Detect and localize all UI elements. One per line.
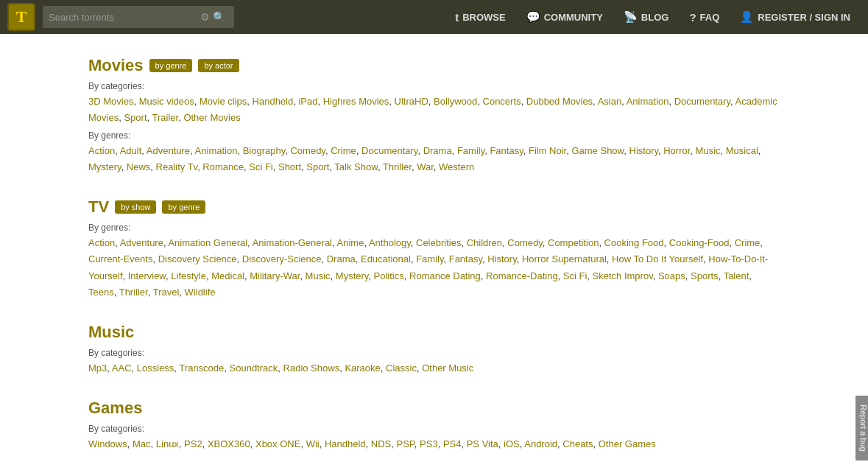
link-animation[interactable]: Animation — [627, 96, 669, 107]
link-romance[interactable]: Romance — [202, 161, 244, 172]
link-tv-sci-fi[interactable]: Sci Fi — [563, 270, 588, 281]
link-documentary[interactable]: Documentary — [674, 96, 730, 107]
link-concerts[interactable]: Concerts — [483, 96, 521, 107]
link-xbox360[interactable]: XBOX360 — [208, 438, 250, 449]
link-crime[interactable]: Crime — [331, 145, 356, 156]
link-war[interactable]: War — [417, 161, 434, 172]
link-movie-clips[interactable]: Movie clips — [200, 96, 247, 107]
link-music-genre[interactable]: Music — [696, 145, 721, 156]
link-tv-talent[interactable]: Talent — [724, 270, 749, 281]
link-ios-games[interactable]: iOS — [504, 438, 520, 449]
movies-by-genre-button[interactable]: by genre — [149, 59, 193, 72]
link-highres-movies[interactable]: Highres Movies — [323, 96, 389, 107]
link-tv-history[interactable]: History — [487, 253, 516, 264]
link-dubbed-movies[interactable]: Dubbed Movies — [526, 96, 593, 107]
link-music-videos[interactable]: Music videos — [139, 96, 194, 107]
link-mac[interactable]: Mac — [133, 438, 151, 449]
link-xbox-one[interactable]: Xbox ONE — [255, 438, 300, 449]
link-nds[interactable]: NDS — [371, 438, 391, 449]
link-tv-music[interactable]: Music — [306, 270, 331, 281]
link-lossless[interactable]: Lossless — [137, 362, 174, 374]
link-tv-thriller[interactable]: Thriller — [119, 287, 148, 298]
link-tv-action[interactable]: Action — [88, 237, 115, 248]
link-tv-current-events[interactable]: Current-Events — [88, 253, 152, 264]
nav-item-blog[interactable]: 📡 BLOG — [613, 0, 680, 34]
link-ps4[interactable]: PS4 — [443, 438, 462, 449]
link-tv-drama[interactable]: Drama — [327, 253, 356, 264]
link-aac[interactable]: AAC — [112, 362, 132, 374]
link-asian[interactable]: Asian — [598, 96, 622, 107]
nav-item-community[interactable]: 💬 COMMUNITY — [516, 0, 613, 34]
link-comedy[interactable]: Comedy — [290, 145, 325, 156]
link-bollywood[interactable]: Bollywood — [434, 96, 477, 107]
tv-by-show-button[interactable]: by show — [115, 200, 156, 214]
link-film-noir[interactable]: Film Noir — [529, 145, 566, 156]
link-tv-medical[interactable]: Medical — [211, 270, 244, 281]
link-tv-politics[interactable]: Politics — [374, 270, 404, 281]
link-tv-lifestyle[interactable]: Lifestyle — [171, 270, 206, 281]
link-ps-vita[interactable]: PS Vita — [467, 438, 498, 449]
link-tv-celebrities[interactable]: Celebrities — [416, 237, 461, 248]
link-reality-tv[interactable]: Reality Tv — [156, 161, 198, 172]
link-tv-animation-general2[interactable]: Animation-General — [253, 237, 332, 248]
link-tv-cooking-food2[interactable]: Cooking-Food — [669, 237, 730, 248]
link-ps2[interactable]: PS2 — [184, 438, 202, 449]
link-news[interactable]: News — [127, 161, 151, 172]
link-sci-fi[interactable]: Sci Fi — [249, 161, 273, 172]
link-ipad[interactable]: iPad — [298, 96, 317, 107]
link-radio-shows[interactable]: Radio Shows — [283, 362, 340, 374]
link-drama[interactable]: Drama — [423, 145, 452, 156]
link-soundtrack[interactable]: Soundtrack — [230, 362, 278, 374]
link-talk-show[interactable]: Talk Show — [334, 161, 378, 172]
link-wii[interactable]: Wii — [306, 438, 320, 449]
tv-by-genre-button[interactable]: by genre — [162, 200, 205, 214]
link-windows[interactable]: Windows — [88, 438, 127, 449]
link-biography[interactable]: Biography — [243, 145, 286, 156]
settings-icon[interactable]: ⚙ — [200, 11, 210, 23]
link-karaoke[interactable]: Karaoke — [345, 362, 380, 374]
link-sport[interactable]: Sport — [124, 112, 147, 123]
link-sport-genre[interactable]: Sport — [306, 161, 329, 172]
link-trailer[interactable]: Trailer — [152, 112, 179, 123]
link-game-show[interactable]: Game Show — [571, 145, 624, 156]
link-3d-movies[interactable]: 3D Movies — [88, 96, 133, 107]
link-classic[interactable]: Classic — [386, 362, 417, 374]
link-fantasy[interactable]: Fantasy — [490, 145, 523, 156]
link-transcode[interactable]: Transcode — [179, 362, 224, 374]
link-android-games[interactable]: Android — [524, 438, 557, 449]
link-psp[interactable]: PSP — [396, 438, 414, 449]
logo[interactable]: T — [7, 3, 35, 31]
link-ps3[interactable]: PS3 — [420, 438, 438, 449]
link-tv-teens[interactable]: Teens — [88, 287, 114, 298]
link-tv-travel[interactable]: Travel — [153, 287, 180, 298]
link-family[interactable]: Family — [457, 145, 484, 156]
link-other-music[interactable]: Other Music — [422, 362, 473, 374]
link-documentary-genre[interactable]: Documentary — [361, 145, 417, 156]
link-tv-sports[interactable]: Sports — [691, 270, 719, 281]
link-tv-educational[interactable]: Educational — [361, 253, 411, 264]
link-linux[interactable]: Linux — [156, 438, 179, 449]
link-tv-how-to-do-it[interactable]: How To Do It Yourself — [612, 253, 703, 264]
link-tv-interview[interactable]: Interview — [128, 270, 166, 281]
link-tv-anthology[interactable]: Anthology — [369, 237, 411, 248]
link-musical[interactable]: Musical — [726, 145, 758, 156]
search-icon[interactable]: 🔍 — [213, 11, 225, 23]
link-tv-mystery[interactable]: Mystery — [336, 270, 369, 281]
link-tv-animation-general[interactable]: Animation General — [168, 237, 247, 248]
search-input[interactable] — [49, 12, 196, 23]
link-other-movies[interactable]: Other Movies — [183, 112, 240, 123]
link-western[interactable]: Western — [439, 161, 474, 172]
link-adventure[interactable]: Adventure — [147, 145, 190, 156]
link-tv-soaps[interactable]: Soaps — [658, 270, 685, 281]
link-thriller[interactable]: Thriller — [383, 161, 412, 172]
movies-by-actor-button[interactable]: by actor — [198, 59, 239, 72]
link-tv-cooking-food[interactable]: Cooking Food — [604, 237, 664, 248]
link-tv-children[interactable]: Children — [467, 237, 502, 248]
link-tv-wildlife[interactable]: Wildlife — [185, 287, 216, 298]
link-horror[interactable]: Horror — [663, 145, 690, 156]
link-animation-genre[interactable]: Animation — [195, 145, 238, 156]
link-mystery[interactable]: Mystery — [88, 161, 121, 172]
link-tv-crime[interactable]: Crime — [735, 237, 761, 248]
link-tv-family[interactable]: Family — [416, 253, 443, 264]
link-tv-sketch-improv[interactable]: Sketch Improv — [593, 270, 653, 281]
